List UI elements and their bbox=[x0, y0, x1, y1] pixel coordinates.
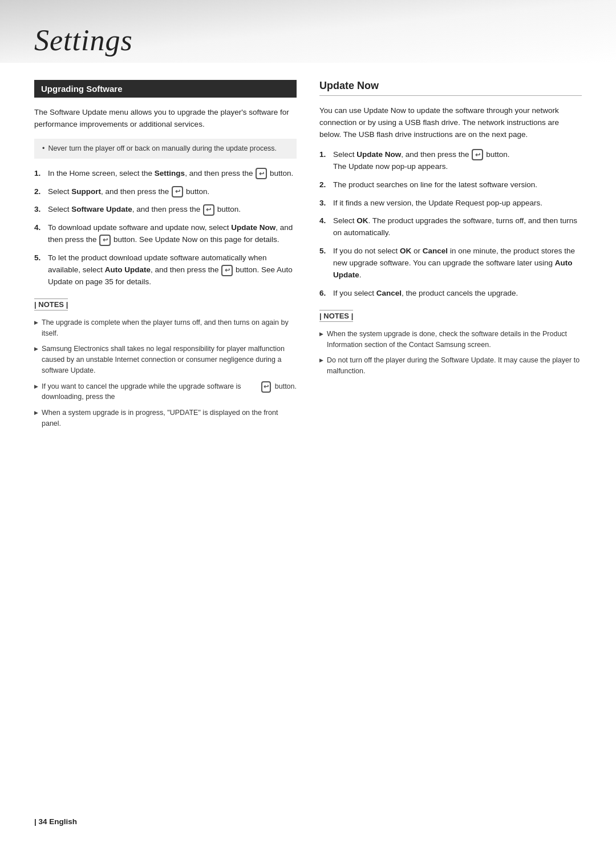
right-step-4: 4. Select OK. The product upgrades the s… bbox=[319, 215, 582, 239]
language-label: English bbox=[49, 817, 77, 826]
left-step-2: 2. Select Support, and then press the bu… bbox=[34, 186, 297, 198]
right-section-heading: Update Now bbox=[319, 80, 582, 96]
right-step-2: 2. The product searches on line for the … bbox=[319, 179, 582, 191]
left-step-5: 5. To let the product download update so… bbox=[34, 252, 297, 288]
left-step-3: 3. Select Software Update, and then pres… bbox=[34, 204, 297, 216]
warning-text: Never turn the player off or back on man… bbox=[42, 143, 289, 154]
remote-btn-icon bbox=[221, 265, 233, 276]
page-title: Settings bbox=[34, 23, 133, 57]
page-content: Upgrading Software The Software Update m… bbox=[0, 63, 616, 473]
left-steps-list: 1. In the Home screen, select the Settin… bbox=[34, 168, 297, 288]
warning-box: Never turn the player off or back on man… bbox=[34, 139, 297, 159]
right-notes-label: | NOTES | bbox=[319, 310, 582, 325]
remote-btn-icon bbox=[203, 204, 214, 216]
left-intro: The Software Update menu allows you to u… bbox=[34, 107, 297, 131]
right-step-1: 1. Select Update Now, and then press the… bbox=[319, 149, 582, 173]
page-number: 34 bbox=[39, 817, 47, 826]
remote-btn-icon bbox=[99, 235, 111, 246]
remote-btn-icon bbox=[172, 186, 183, 197]
right-column: Update Now You can use Update Now to upd… bbox=[319, 80, 582, 438]
left-note-1: The upgrade is complete when the player … bbox=[34, 317, 297, 339]
page-footer: 34 English bbox=[34, 817, 77, 826]
right-step-6: 6. If you select Cancel, the product can… bbox=[319, 288, 582, 300]
right-steps-list: 1. Select Update Now, and then press the… bbox=[319, 149, 582, 300]
left-note-2: Samsung Electronics shall takes no legal… bbox=[34, 344, 297, 376]
remote-btn-icon bbox=[472, 149, 483, 160]
remote-btn-icon bbox=[261, 381, 271, 393]
left-notes-label: | NOTES | bbox=[34, 299, 297, 314]
remote-btn-icon bbox=[256, 168, 267, 179]
right-notes-list: When the system upgrade is done, check t… bbox=[319, 329, 582, 377]
left-step-4: 4. To download update software and updat… bbox=[34, 222, 297, 246]
right-note-2: Do not turn off the player during the So… bbox=[319, 355, 582, 377]
right-step-3: 3. If it finds a new version, the Update… bbox=[319, 197, 582, 209]
left-column: Upgrading Software The Software Update m… bbox=[34, 80, 297, 438]
left-note-3: If you want to cancel the upgrade while … bbox=[34, 381, 297, 403]
page-header: Settings bbox=[0, 0, 616, 63]
right-note-1: When the system upgrade is done, check t… bbox=[319, 329, 582, 350]
right-step-5: 5. If you do not select OK or Cancel in … bbox=[319, 245, 582, 281]
left-note-4: When a system upgrade is in progress, "U… bbox=[34, 408, 297, 429]
left-notes-list: The upgrade is complete when the player … bbox=[34, 317, 297, 429]
left-section-heading: Upgrading Software bbox=[34, 80, 297, 98]
left-step-1: 1. In the Home screen, select the Settin… bbox=[34, 168, 297, 180]
right-intro: You can use Update Now to update the sof… bbox=[319, 105, 582, 141]
